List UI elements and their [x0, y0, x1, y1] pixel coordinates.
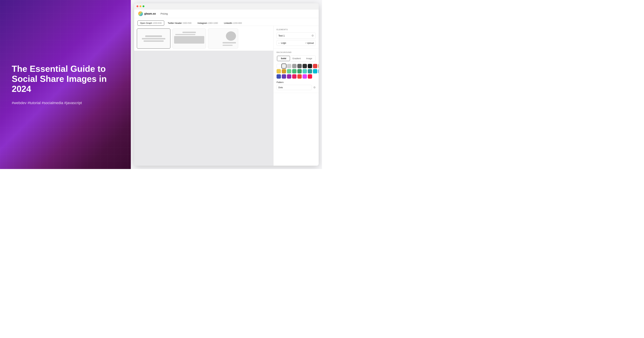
tab-twitter-header[interactable]: Twitter Header 1500×500	[165, 20, 194, 26]
text-element-gear-icon[interactable]: ⚙	[312, 34, 314, 37]
browser-chrome	[134, 3, 319, 10]
pricing-nav-link[interactable]: Pricing	[160, 12, 168, 15]
tab-label: Open Graph	[140, 22, 152, 24]
color-swatch-gray[interactable]	[292, 64, 296, 68]
bg-solid-button[interactable]: Solid	[277, 56, 290, 61]
elements-section: ELEMENTS Text 1 ⚙ ↓ Logo ↑ Upload	[274, 26, 319, 48]
logo-element-row[interactable]: ↓ Logo ↑ Upload	[276, 40, 316, 46]
minimize-dot	[140, 5, 142, 7]
preview-open-graph[interactable]	[137, 28, 170, 48]
color-swatch-offwhite[interactable]	[282, 64, 286, 68]
color-swatch-cyan[interactable]	[302, 69, 307, 74]
download-icon: ↓	[278, 42, 280, 44]
color-swatch-white[interactable]	[276, 64, 281, 68]
close-dot	[136, 5, 138, 7]
color-swatch-darkgray[interactable]	[297, 64, 302, 68]
preview-instagram[interactable]	[208, 28, 238, 48]
color-swatch-hotpink[interactable]	[297, 74, 302, 79]
logo-label: Logo	[281, 42, 286, 44]
maximize-dot	[142, 5, 144, 7]
color-swatch-nearblack[interactable]	[302, 64, 307, 68]
brand-name: gleam.so	[144, 12, 156, 15]
upload-label: Upload	[307, 42, 314, 44]
color-swatch-purple[interactable]	[287, 74, 291, 79]
tab-instagram[interactable]: Instagram 1080×1080	[195, 20, 220, 26]
tab-label: Instagram	[198, 22, 208, 24]
color-swatch-crimson[interactable]	[308, 74, 312, 79]
color-swatch-darkteal[interactable]	[308, 69, 312, 74]
preview-twitter-header[interactable]	[172, 28, 206, 48]
tab-dim: 1200×800	[233, 22, 242, 24]
color-swatch-indigo[interactable]	[276, 74, 281, 79]
format-tabs-bar: Open Graph 1200×630 Twitter Header 1500×…	[134, 18, 319, 26]
color-swatch-lightgreen[interactable]	[287, 69, 291, 74]
text-element-row[interactable]: Text 1 ⚙	[276, 32, 316, 39]
color-swatch-green[interactable]	[292, 69, 296, 74]
tab-linkedin[interactable]: LinkedIn 1200×800	[222, 20, 244, 26]
color-swatch-lightblue[interactable]	[313, 69, 317, 74]
pattern-select[interactable]: None Dots Grid Lines Waves	[276, 85, 312, 90]
color-swatch-magenta[interactable]	[302, 74, 307, 79]
bg-type-row: Solid Gradient Image	[276, 55, 316, 62]
pattern-settings-icon[interactable]: ⚙	[313, 86, 316, 89]
brand-logo[interactable]: gleam.so	[138, 12, 156, 16]
preview-row	[134, 26, 273, 51]
color-swatch-lightgray[interactable]	[287, 64, 291, 68]
pattern-label: Pattern	[276, 81, 316, 84]
tab-dim: 1500×500	[182, 22, 192, 24]
tab-dim: 1200×630	[152, 22, 162, 24]
color-swatch-pink[interactable]	[292, 74, 296, 79]
color-swatch-yellow[interactable]	[282, 69, 286, 74]
color-swatch-teal[interactable]	[297, 69, 302, 74]
app-main: ELEMENTS Text 1 ⚙ ↓ Logo ↑ Upload	[134, 26, 319, 166]
app-panel: gleam.so Pricing Open Graph 1200×630 Twi…	[131, 0, 322, 169]
background-section: BACKGROUND Solid Gradient Image	[274, 48, 319, 93]
hero-hashtags: #webdev #tutorial #socialmedia #javascri…	[12, 101, 119, 105]
text-element-label: Text 1	[278, 34, 284, 37]
elements-section-title: ELEMENTS	[276, 28, 316, 30]
canvas-area	[134, 26, 273, 166]
upload-button[interactable]: ↑ Upload	[305, 42, 314, 44]
brand-icon	[138, 12, 143, 16]
right-panel: ELEMENTS Text 1 ⚙ ↓ Logo ↑ Upload	[273, 26, 319, 166]
hero-title: The Essential Guide to Social Share Imag…	[12, 64, 119, 94]
tab-dim: 1080×1080	[208, 22, 218, 24]
color-swatch-amber[interactable]	[276, 69, 281, 74]
color-swatch-blue[interactable]	[318, 69, 319, 74]
color-grid	[276, 64, 316, 79]
tab-open-graph[interactable]: Open Graph 1200×630	[138, 20, 164, 26]
color-swatch-orange[interactable]	[318, 64, 319, 68]
tab-label: Twitter Header	[168, 22, 182, 24]
hero-section: The Essential Guide to Social Share Imag…	[0, 0, 131, 169]
logo-left: ↓ Logo	[278, 42, 286, 44]
background-section-title: BACKGROUND	[276, 51, 316, 53]
color-swatch-black[interactable]	[308, 64, 312, 68]
bg-gradient-button[interactable]: Gradient	[290, 56, 303, 61]
pattern-select-row: None Dots Grid Lines Waves ⚙	[276, 85, 316, 90]
tab-label: LinkedIn	[224, 22, 233, 24]
upload-icon: ↑	[305, 42, 306, 44]
canvas-main[interactable]	[134, 51, 273, 166]
app-navbar: gleam.so Pricing	[134, 10, 319, 18]
bg-image-button[interactable]: Image	[303, 56, 316, 61]
color-swatch-violet[interactable]	[282, 74, 286, 79]
color-swatch-red[interactable]	[313, 64, 317, 68]
browser-window: gleam.so Pricing Open Graph 1200×630 Twi…	[134, 3, 319, 166]
